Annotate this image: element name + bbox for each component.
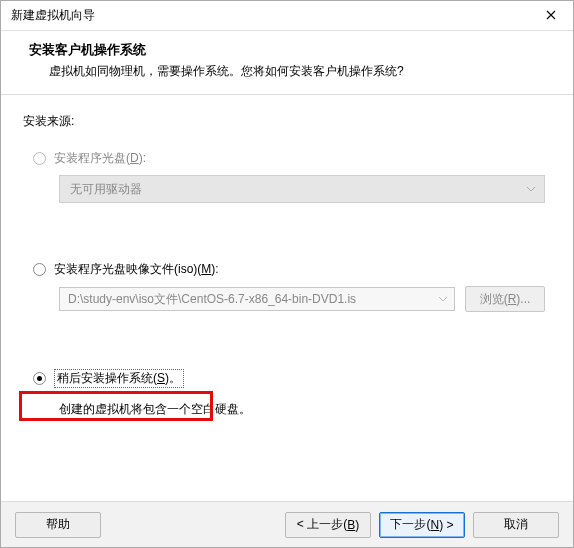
- body: 安装来源: 安装程序光盘(D): 无可用驱动器 安装程序光盘映像文件(iso)(…: [1, 95, 573, 501]
- drive-dropdown: 无可用驱动器: [59, 175, 545, 203]
- browse-button: 浏览(R)...: [465, 286, 545, 312]
- close-button[interactable]: [529, 1, 573, 31]
- chevron-down-icon: [438, 296, 448, 302]
- iso-row: D:\study-env\iso文件\CentOS-6.7-x86_64-bin…: [59, 286, 545, 312]
- radio-install-iso[interactable]: [33, 263, 46, 276]
- option-install-iso-label: 安装程序光盘映像文件(iso)(M):: [54, 261, 219, 278]
- header-description: 虚拟机如同物理机，需要操作系统。您将如何安装客户机操作系统?: [29, 63, 545, 80]
- chevron-down-icon: [526, 186, 536, 192]
- radio-install-later[interactable]: [33, 372, 46, 385]
- iso-path-field: D:\study-env\iso文件\CentOS-6.7-x86_64-bin…: [59, 287, 455, 311]
- close-icon: [546, 9, 556, 23]
- help-button[interactable]: 帮助: [15, 512, 101, 538]
- option-install-later-label: 稍后安装操作系统(S)。: [54, 369, 184, 388]
- cancel-button[interactable]: 取消: [473, 512, 559, 538]
- option-install-iso[interactable]: 安装程序光盘映像文件(iso)(M):: [33, 261, 551, 278]
- iso-path-value: D:\study-env\iso文件\CentOS-6.7-x86_64-bin…: [68, 291, 356, 308]
- option-install-disc-label: 安装程序光盘(D):: [54, 150, 146, 167]
- window-title: 新建虚拟机向导: [11, 7, 95, 24]
- drive-dropdown-field: 无可用驱动器: [59, 175, 545, 203]
- footer: 帮助 < 上一步(B) 下一步(N) > 取消: [1, 501, 573, 547]
- option-install-disc: 安装程序光盘(D):: [33, 150, 551, 167]
- install-source-label: 安装来源:: [23, 113, 551, 130]
- wizard-window: 新建虚拟机向导 安装客户机操作系统 虚拟机如同物理机，需要操作系统。您将如何安装…: [0, 0, 574, 548]
- install-later-note: 创建的虚拟机将包含一个空白硬盘。: [59, 401, 551, 418]
- header-title: 安装客户机操作系统: [29, 41, 545, 59]
- titlebar: 新建虚拟机向导: [1, 1, 573, 31]
- next-button[interactable]: 下一步(N) >: [379, 512, 465, 538]
- option-install-later[interactable]: 稍后安装操作系统(S)。: [33, 366, 551, 391]
- header: 安装客户机操作系统 虚拟机如同物理机，需要操作系统。您将如何安装客户机操作系统?: [1, 31, 573, 95]
- back-button[interactable]: < 上一步(B): [285, 512, 371, 538]
- drive-dropdown-value: 无可用驱动器: [70, 181, 142, 198]
- radio-install-disc: [33, 152, 46, 165]
